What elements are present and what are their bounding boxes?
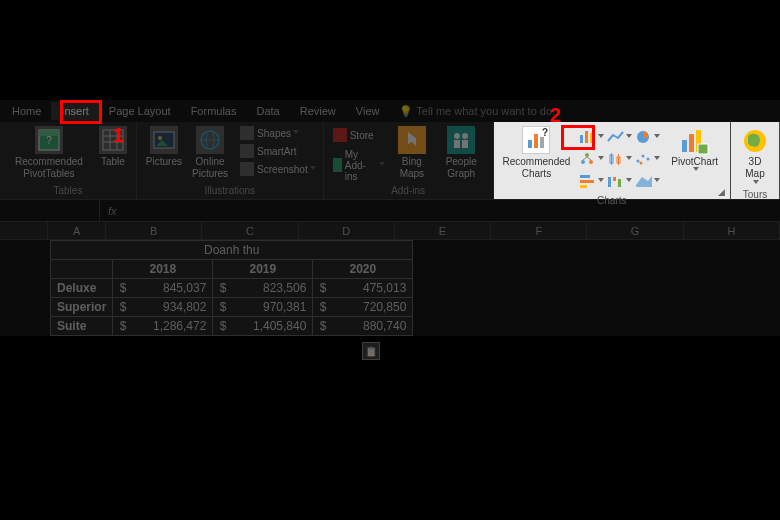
col-header-d[interactable]: D: [299, 222, 395, 240]
pivotchart-icon: [680, 126, 710, 156]
svg-line-30: [583, 157, 587, 160]
tab-review[interactable]: Review: [290, 102, 346, 120]
table-row[interactable]: Superior $934,802 $970,381 $720,850: [51, 298, 413, 317]
svg-rect-25: [590, 133, 593, 143]
svg-rect-23: [580, 135, 583, 143]
my-addins-button[interactable]: My Add-ins: [330, 156, 388, 174]
pictures-button[interactable]: Pictures: [141, 124, 187, 170]
year-2020[interactable]: 2020: [313, 260, 413, 279]
table-row[interactable]: Suite $1,286,472 $1,405,840 $880,740: [51, 317, 413, 336]
tab-formulas[interactable]: Formulas: [181, 102, 247, 120]
name-box[interactable]: [0, 200, 100, 221]
svg-point-36: [637, 160, 640, 163]
svg-rect-20: [534, 134, 538, 148]
3d-map-button[interactable]: 3D Map: [735, 124, 775, 188]
tab-page-layout[interactable]: Page Layout: [99, 102, 181, 120]
group-label-tables: Tables: [4, 184, 132, 198]
tab-home[interactable]: Home: [2, 102, 51, 120]
col-header-e[interactable]: E: [395, 222, 491, 240]
pie-chart-button[interactable]: [634, 127, 660, 147]
column-headers: A B C D E F G H: [0, 222, 780, 240]
3d-map-icon: [740, 126, 770, 156]
tab-insert[interactable]: Insert: [51, 102, 99, 120]
group-illustrations: Pictures Online Pictures Shapes SmartArt: [137, 122, 324, 199]
svg-text:?: ?: [46, 135, 52, 146]
svg-point-28: [581, 160, 585, 164]
waterfall-chart-button[interactable]: [606, 171, 632, 191]
group-label-tours: Tours: [735, 188, 775, 201]
svg-point-29: [589, 160, 593, 164]
svg-rect-24: [585, 131, 588, 143]
annotation-2: 2: [550, 104, 561, 127]
svg-rect-43: [608, 177, 611, 187]
svg-rect-19: [528, 140, 532, 148]
col-header-c[interactable]: C: [202, 222, 298, 240]
svg-marker-46: [636, 176, 652, 187]
svg-rect-44: [613, 177, 616, 181]
svg-rect-21: [540, 137, 544, 148]
pivotchart-button[interactable]: PivotChart: [663, 124, 726, 175]
svg-point-38: [647, 158, 650, 161]
store-icon: [333, 128, 347, 142]
svg-line-31: [587, 157, 591, 160]
data-table[interactable]: Doanh thu 2018 2019 2020 Deluxe $845,037…: [50, 240, 413, 336]
svg-rect-50: [698, 144, 708, 154]
svg-point-37: [642, 155, 645, 158]
ribbon-tabs: Home Insert Page Layout Formulas Data Re…: [0, 100, 780, 122]
svg-rect-18: [462, 140, 468, 148]
column-chart-button[interactable]: [578, 127, 604, 147]
svg-point-9: [158, 136, 162, 140]
line-chart-button[interactable]: [606, 127, 632, 147]
smartart-button[interactable]: SmartArt: [237, 142, 319, 160]
shapes-button[interactable]: Shapes: [237, 124, 319, 142]
fx-label[interactable]: fx: [100, 205, 125, 217]
svg-rect-17: [454, 140, 460, 148]
col-header-b[interactable]: B: [106, 222, 202, 240]
table-row[interactable]: Deluxe $845,037 $823,506 $475,013: [51, 279, 413, 298]
col-header-f[interactable]: F: [491, 222, 587, 240]
year-2019[interactable]: 2019: [213, 260, 313, 279]
addins-icon: [333, 158, 342, 172]
online-pictures-button[interactable]: Online Pictures: [187, 124, 233, 182]
col-header-g[interactable]: G: [587, 222, 683, 240]
svg-rect-40: [580, 175, 590, 178]
group-tours: 3D Map Tours: [731, 122, 780, 199]
people-graph-button[interactable]: People Graph: [434, 124, 489, 182]
svg-rect-41: [580, 180, 594, 183]
spreadsheet-grid: A B C D E F G H Doanh thu 2018 2019 2020…: [0, 222, 780, 336]
col-header-h[interactable]: H: [684, 222, 780, 240]
select-all-corner[interactable]: [0, 222, 48, 240]
recommended-charts-button[interactable]: ? Recommended Charts: [498, 124, 576, 182]
smartart-icon: [240, 144, 254, 158]
hierarchy-chart-button[interactable]: [578, 149, 604, 169]
charts-dialog-launcher[interactable]: ◢: [718, 187, 728, 197]
svg-point-39: [640, 162, 643, 165]
group-label-illustrations: Illustrations: [141, 184, 319, 198]
col-header-a[interactable]: A: [48, 222, 106, 240]
tab-data[interactable]: Data: [246, 102, 289, 120]
screenshot-button[interactable]: Screenshot: [237, 160, 319, 178]
group-addins: Store My Add-ins Bing Maps People Graph: [324, 122, 494, 199]
group-label-addins: Add-ins: [328, 184, 489, 198]
bar-chart-button[interactable]: [578, 171, 604, 191]
paste-options-icon[interactable]: 📋: [362, 342, 380, 360]
svg-rect-42: [580, 185, 587, 188]
recommended-pivottables-button[interactable]: ? Recommended PivotTables: [4, 124, 94, 182]
group-charts: ? Recommended Charts: [494, 122, 732, 199]
svg-rect-48: [689, 134, 694, 152]
bing-maps-button[interactable]: Bing Maps: [390, 124, 434, 182]
svg-rect-45: [618, 179, 621, 187]
svg-text:?: ?: [542, 128, 548, 138]
scatter-chart-button[interactable]: [634, 149, 660, 169]
table-title[interactable]: Doanh thu: [51, 241, 413, 260]
screenshot-icon: [240, 162, 254, 176]
svg-marker-14: [408, 132, 416, 146]
tab-view[interactable]: View: [346, 102, 390, 120]
year-2018[interactable]: 2018: [113, 260, 213, 279]
store-button[interactable]: Store: [330, 126, 388, 144]
tellme-search[interactable]: 💡 Tell me what you want to do...: [389, 102, 571, 121]
bing-icon: [398, 126, 426, 154]
online-pictures-icon: [196, 126, 224, 154]
statistic-chart-button[interactable]: [606, 149, 632, 169]
surface-chart-button[interactable]: [634, 171, 660, 191]
